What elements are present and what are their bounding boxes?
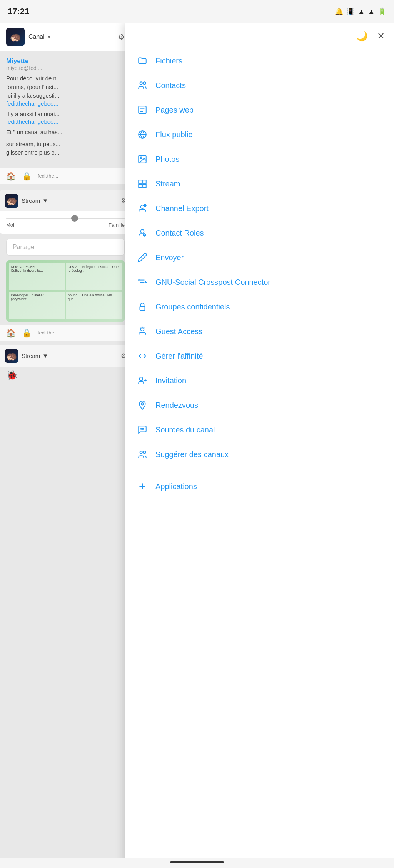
svg-point-0 (140, 82, 143, 85)
moon-icon[interactable]: 🌙 (356, 31, 368, 42)
bg-lock-icon: 🔒 (22, 171, 32, 181)
affinity-icon (137, 351, 148, 361)
slider-label-moi: Moi (6, 222, 14, 228)
photos-icon (137, 154, 148, 165)
bg-message-middle: Il y a aussi l'annuai... (6, 110, 125, 119)
bg-slider-thumb (71, 215, 78, 222)
guest-access-label: Guest Access (155, 327, 202, 336)
menu-item-invitation[interactable]: Invitation (125, 368, 394, 393)
invitation-label: Invitation (155, 376, 186, 385)
svg-point-22 (141, 403, 143, 405)
bg-slider-track (6, 218, 125, 219)
guest-icon (137, 326, 148, 337)
canal-label: Canal (28, 33, 45, 40)
overlay-panel: 🌙 ✕ Fichiers Contacts (125, 23, 394, 868)
svg-point-26 (140, 451, 143, 454)
svg-rect-9 (139, 180, 142, 183)
background-content: Canal ▼ ⚙ Miyette miyette@fedi... Pour d… (0, 23, 131, 868)
bg-user-handle: miyette@fedi... (6, 65, 125, 71)
gnu-social-icon (137, 277, 148, 288)
wifi-icon: ▲ (358, 8, 365, 16)
menu-item-applications[interactable]: Applications (125, 473, 394, 499)
menu-item-channel-export[interactable]: ⚙ Channel Export (125, 196, 394, 221)
bg-message-text: Pour découvrir de n... forums, (pour l'i… (6, 74, 125, 100)
svg-point-25 (143, 429, 144, 429)
canal-settings-icon: ⚙ (118, 32, 125, 42)
bg-link-1: fedi.thechangeboo... (6, 100, 125, 107)
panel-topbar: 🌙 ✕ (125, 23, 394, 45)
lock-group-icon (137, 301, 148, 312)
menu-item-guest-access[interactable]: Guest Access (125, 319, 394, 344)
menu-item-sources-canal[interactable]: Sources du canal (125, 417, 394, 442)
svg-point-8 (140, 157, 142, 159)
globe-icon (137, 129, 148, 140)
bg-user-name: Miyette (6, 57, 125, 65)
svg-rect-11 (139, 184, 142, 188)
menu-item-rendezvous[interactable]: Rendezvous (125, 393, 394, 417)
canal-name: Canal ▼ (28, 33, 52, 40)
bg-stream-avatar (5, 194, 18, 208)
sources-icon (137, 424, 148, 435)
menu-item-photos[interactable]: Photos (125, 147, 394, 171)
bg-url-text: fedi.the... (38, 173, 58, 179)
stream-label: Stream (155, 180, 180, 188)
bg-bottom-toolbar: 🏠 🔒 fedi.the... (0, 325, 131, 341)
menu-item-groupes-confidentiels[interactable]: Groupes confidentiels (125, 294, 394, 319)
home-indicator (0, 858, 394, 868)
gnu-social-label: GNU-Social Crosspost Connector (155, 277, 270, 288)
menu-item-envoyer[interactable]: Envoyer (125, 245, 394, 270)
menu-divider (125, 470, 394, 470)
menu-item-pages-web[interactable]: Pages web (125, 98, 394, 122)
contacts-icon (137, 80, 148, 91)
status-time: 17:21 (8, 7, 29, 17)
applications-label: Applications (155, 482, 197, 491)
svg-rect-10 (143, 180, 146, 183)
bg-second-channel: Stream ▼ ⚙ Moi Famille (0, 190, 131, 234)
bg-lock-icon-2: 🔒 (22, 328, 32, 338)
menu-item-contact-roles[interactable]: Contact Roles (125, 221, 394, 245)
channel-export-label: Channel Export (155, 204, 209, 213)
contact-roles-label: Contact Roles (155, 229, 204, 238)
envoyer-label: Envoyer (155, 253, 184, 262)
sources-canal-label: Sources du canal (155, 426, 215, 434)
fichiers-label: Fichiers (155, 57, 182, 65)
plus-icon (137, 481, 148, 492)
menu-item-gnu-social[interactable]: GNU-Social Crosspost Connector (125, 270, 394, 294)
menu-item-flux-public[interactable]: Flux public (125, 122, 394, 147)
bg-home-icon-2: 🏠 (6, 328, 16, 338)
invitation-icon (137, 375, 148, 386)
bg-toolbar-1: 🏠 🔒 fedi.the... (0, 168, 131, 184)
suggerer-canaux-label: Suggérer des canaux (155, 450, 229, 459)
home-bar (170, 861, 224, 863)
vibrate-icon: 📳 (346, 7, 355, 16)
bg-third-avatar (5, 349, 18, 363)
folder-icon (137, 55, 148, 66)
bg-url-text-2: fedi.the... (38, 330, 58, 336)
svg-text:⚙: ⚙ (144, 205, 146, 207)
menu-item-stream[interactable]: Stream (125, 171, 394, 196)
bg-messages: Miyette miyette@fedi... Pour découvrir d… (0, 51, 131, 163)
pencil-icon (137, 252, 148, 263)
gerer-affinite-label: Gérer l'affinité (155, 352, 203, 361)
menu-item-gerer-affinite[interactable]: Gérer l'affinité (125, 344, 394, 368)
close-icon[interactable]: ✕ (377, 31, 385, 42)
notification-icon: 🔔 (335, 7, 343, 16)
groupes-confidentiels-label: Groupes confidentiels (155, 303, 230, 311)
pages-icon (137, 105, 148, 115)
bg-slider-area: Moi Famille (0, 211, 131, 234)
menu-item-suggerer-canaux[interactable]: Suggérer des canaux (125, 442, 394, 467)
svg-rect-18 (140, 306, 145, 311)
map-pin-icon (137, 400, 148, 411)
bg-message-end: Et " un canal au has... (6, 128, 125, 137)
suggest-icon (137, 449, 148, 460)
bg-link-2: fedi.thechangeboo... (6, 118, 125, 125)
svg-point-23 (141, 429, 142, 429)
bg-home-icon: 🏠 (6, 171, 16, 181)
contact-roles-icon (137, 228, 148, 238)
svg-point-24 (142, 429, 143, 429)
svg-point-1 (143, 82, 146, 85)
canal-chevron: ▼ (47, 34, 52, 40)
svg-point-21 (139, 377, 143, 381)
menu-item-fichiers[interactable]: Fichiers (125, 48, 394, 73)
menu-item-contacts[interactable]: Contacts (125, 73, 394, 98)
